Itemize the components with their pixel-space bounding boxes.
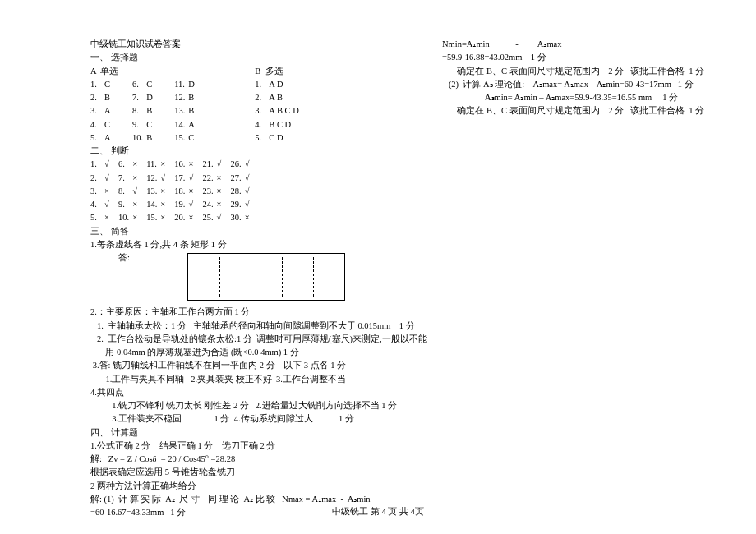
multi-b-table: 1.A D2.A B3.A B C D4.B C D5.C D bbox=[255, 78, 302, 145]
judge-table: 1.√6.×11.×16.×21.√26.√2.√7.×12.√17.√22.×… bbox=[90, 158, 259, 224]
q3-2-block: 2.：主要原因：主轴和工作台两方面 1 分 1. 主轴轴承太松：1 分 主轴轴承… bbox=[90, 306, 427, 359]
doc-title: 中级铣工知识试卷答案 bbox=[90, 38, 427, 51]
q3-4-block: 4.共四点 1.铣刀不锋利 铣刀太长 刚性差 2 分 2.进给量过大铣削方向选择… bbox=[90, 386, 427, 426]
label-a: A 单选 bbox=[90, 65, 202, 78]
q3-1: 1.每条虚线各 1 分,共 4 条 矩形 1 分 bbox=[90, 238, 427, 251]
sec3-heading: 三、 简答 bbox=[90, 225, 427, 238]
q3-1-label: 答: bbox=[90, 251, 130, 306]
sec4-heading: 四、 计算题 bbox=[90, 426, 427, 440]
label-b: B 多选 bbox=[255, 65, 302, 78]
sec2-heading: 二、 判断 bbox=[90, 145, 427, 158]
right-column: Nmin=A₁min - A₃max=59.9-16.88=43.02mm 1 … bbox=[442, 38, 689, 520]
dashed-rectangle-diagram bbox=[187, 253, 345, 301]
sec1-heading: 一、 选择题 bbox=[90, 51, 427, 64]
single-a-table: 1.C6.C11.D2.B7.D12.B3.A8.B13.B4.C9.C14.A… bbox=[90, 78, 202, 145]
q3-3-block: 3.答: 铣刀轴线和工件轴线不在同一平面内 2 分 以下 3 点各 1 分 1.… bbox=[90, 359, 427, 386]
page-footer: 中级铣工 第 4 页 共 4页 bbox=[0, 506, 756, 518]
